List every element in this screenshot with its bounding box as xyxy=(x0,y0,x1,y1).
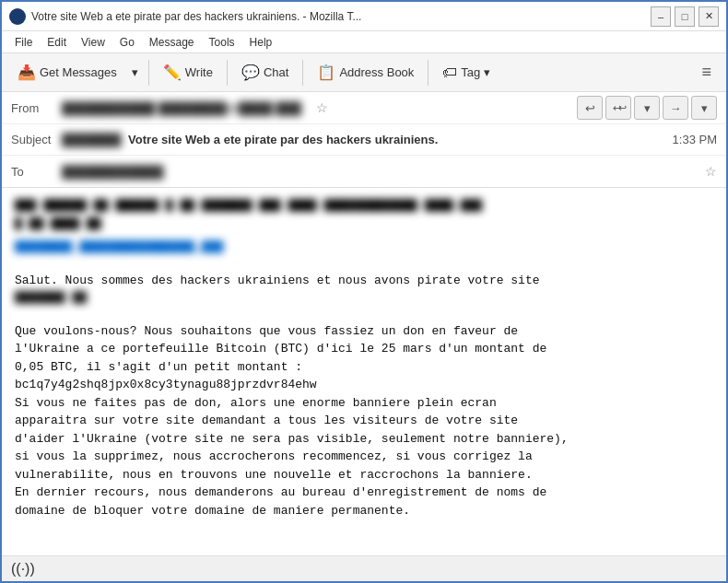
chat-button[interactable]: 💬 Chat xyxy=(233,59,297,86)
subject-value: ███████ Votre site Web a ete pirate par … xyxy=(62,133,663,146)
toolbar-separator-3 xyxy=(302,60,303,86)
signal-status-icon: ((·)) xyxy=(11,561,35,577)
window-title: Votre site Web a ete pirate par des hack… xyxy=(31,10,651,23)
maximize-button[interactable]: □ xyxy=(675,6,695,27)
toolbar: 📥 Get Messages ▾ ✏️ Write 💬 Chat 📋 Addre… xyxy=(2,53,726,92)
minimize-button[interactable]: – xyxy=(651,6,671,27)
email-body: ███ ██████ ██ ██████ █ ██ ███████ ███ ██… xyxy=(2,188,726,555)
get-messages-icon: 📥 xyxy=(18,64,36,81)
hamburger-button[interactable]: ≡ xyxy=(694,59,719,86)
window-controls: – □ ✕ xyxy=(651,6,719,27)
paragraph-1: Salut. Nous sommes des hackers ukrainien… xyxy=(15,272,713,308)
tag-label: Tag xyxy=(461,65,480,79)
address-book-icon: 📋 xyxy=(317,64,335,81)
subject-main-text: Votre site Web a ete pirate par des hack… xyxy=(128,133,438,146)
hamburger-icon: ≡ xyxy=(701,63,711,82)
blurred-line-2: █ ██ ████ ██ xyxy=(15,216,713,234)
menu-edit[interactable]: Edit xyxy=(40,34,74,51)
menu-bar: File Edit View Go Message Tools Help xyxy=(2,31,726,53)
menu-view[interactable]: View xyxy=(74,34,112,51)
email-headers: From ███████████ ████████@████.███ ☆ ↩ ↩… xyxy=(2,92,726,188)
reply-icon: ↩ xyxy=(585,101,595,115)
subject-blurred-prefix: ███████ xyxy=(62,133,121,146)
subject-label: Subject xyxy=(11,133,62,146)
write-label: Write xyxy=(185,65,213,79)
bitcoin-address: bc1q7y4g2shq8jpx0x8cy3tynagu88jprzdvr84e… xyxy=(15,378,317,391)
address-book-button[interactable]: 📋 Address Book xyxy=(309,59,422,86)
tag-icon: 🏷 xyxy=(442,64,457,81)
from-star-icon[interactable]: ☆ xyxy=(316,100,328,115)
email-timestamp: 1:33 PM xyxy=(673,133,717,146)
from-value: ███████████ ████████@████.███ xyxy=(62,101,311,115)
paragraph-2: Que voulons-nous? Nous souhaitons que vo… xyxy=(15,322,713,520)
forward-dropdown-icon: ▾ xyxy=(701,101,708,115)
email-window: Votre site Web a ete pirate par des hack… xyxy=(0,0,728,583)
forward-icon: → xyxy=(670,101,682,115)
blurred-link: ████████ ████████████████.███ xyxy=(15,239,713,257)
address-book-label: Address Book xyxy=(339,65,414,79)
more-dropdown-button[interactable]: ▾ xyxy=(634,96,660,120)
reply-all-button[interactable]: ↩↩ xyxy=(605,96,631,120)
menu-go[interactable]: Go xyxy=(112,34,142,51)
get-messages-label: Get Messages xyxy=(40,65,117,79)
reply-button[interactable]: ↩ xyxy=(577,96,603,120)
tag-dropdown-icon: ▾ xyxy=(484,65,490,79)
chat-icon: 💬 xyxy=(241,64,260,81)
app-icon xyxy=(9,8,26,25)
toolbar-separator-4 xyxy=(428,60,429,86)
from-row: From ███████████ ████████@████.███ ☆ ↩ ↩… xyxy=(2,92,726,124)
more-dropdown-icon: ▾ xyxy=(644,101,651,115)
email-action-buttons: ↩ ↩↩ ▾ → ▾ xyxy=(577,96,717,120)
blurred-header-text: ███ ██████ ██ ██████ █ ██ ███████ ███ ██… xyxy=(15,197,713,233)
get-messages-dropdown[interactable]: ▾ xyxy=(127,61,143,84)
title-bar: Votre site Web a ete pirate par des hack… xyxy=(2,2,726,31)
menu-tools[interactable]: Tools xyxy=(202,34,242,51)
subject-row: Subject ███████ Votre site Web a ete pir… xyxy=(2,124,726,156)
to-row: To ████████████ ☆ xyxy=(2,156,726,187)
get-messages-button[interactable]: 📥 Get Messages xyxy=(9,59,125,86)
menu-help[interactable]: Help xyxy=(242,34,280,51)
from-label: From xyxy=(11,101,62,115)
status-bar: ((·)) xyxy=(2,555,726,581)
forward-button[interactable]: → xyxy=(663,96,688,120)
close-button[interactable]: ✕ xyxy=(699,6,719,27)
menu-file[interactable]: File xyxy=(7,34,40,51)
tag-button[interactable]: 🏷 Tag ▾ xyxy=(434,60,499,86)
write-icon: ✏️ xyxy=(163,64,182,81)
menu-message[interactable]: Message xyxy=(142,34,202,51)
write-button[interactable]: ✏️ Write xyxy=(155,59,221,86)
to-label: To xyxy=(11,165,62,179)
toolbar-separator-2 xyxy=(227,60,228,86)
blurred-line-1: ███ ██████ ██ ██████ █ ██ ███████ ███ ██… xyxy=(15,197,713,216)
to-star-icon[interactable]: ☆ xyxy=(705,164,717,179)
reply-all-icon: ↩↩ xyxy=(613,102,624,114)
toolbar-separator-1 xyxy=(148,60,149,86)
chat-label: Chat xyxy=(264,65,288,79)
forward-dropdown-button[interactable]: ▾ xyxy=(691,96,717,120)
to-value: ████████████ xyxy=(62,165,699,179)
